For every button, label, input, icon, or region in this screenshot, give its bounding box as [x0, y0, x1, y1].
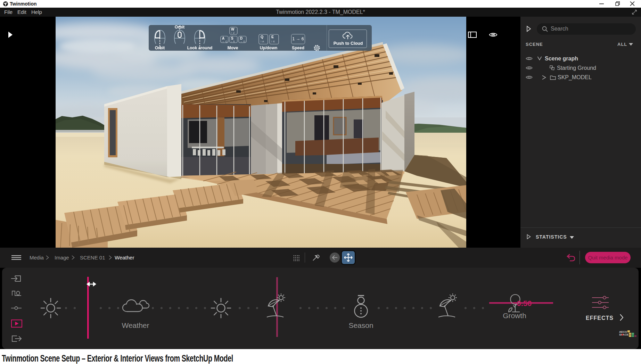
- svg-text:E: E: [271, 35, 274, 39]
- svg-text:0.50: 0.50: [517, 299, 532, 308]
- svg-text:↕ E: ↕ E: [271, 40, 275, 43]
- svg-text:Season: Season: [348, 321, 373, 329]
- svg-text:→ D: → D: [240, 40, 246, 43]
- svg-text:SPACE: SPACE: [619, 333, 629, 336]
- svg-text:Weather: Weather: [122, 321, 149, 329]
- svg-text:↓ S: ↓ S: [231, 40, 235, 43]
- svg-text:↕ A: ↕ A: [260, 40, 264, 43]
- svg-text:← Q: ← Q: [222, 40, 228, 43]
- svg-text:W: W: [231, 27, 235, 31]
- svg-text:EFFECTS: EFFECTS: [586, 315, 614, 321]
- svg-text:Q: Q: [261, 35, 263, 39]
- svg-text:Growth: Growth: [503, 312, 526, 320]
- svg-text:↑ Z: ↑ Z: [231, 31, 235, 34]
